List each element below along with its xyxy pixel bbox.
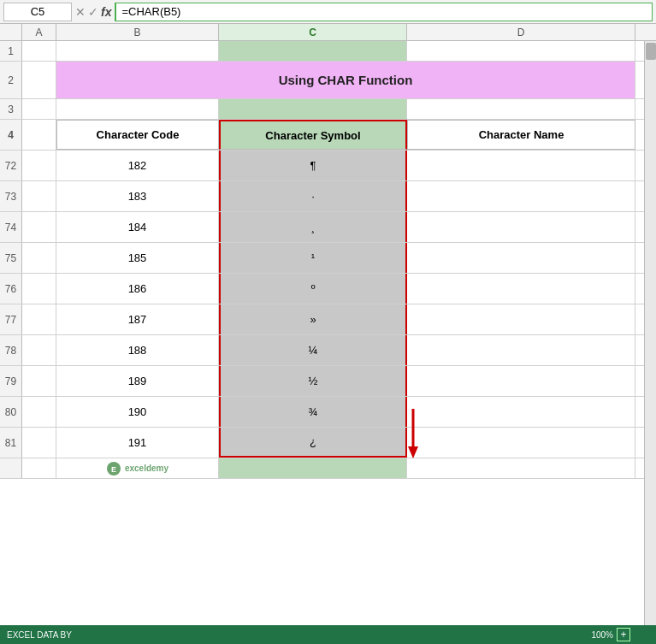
cell-d82[interactable] xyxy=(407,458,635,478)
watermark-area: E exceldemy xyxy=(106,461,168,476)
cell-d73[interactable] xyxy=(407,181,635,211)
cell-a78[interactable] xyxy=(22,335,56,365)
exceldemy-logo-icon: E xyxy=(106,461,121,476)
cell-d1[interactable] xyxy=(407,41,635,61)
row-num-1: 1 xyxy=(0,41,22,61)
cell-b82[interactable]: E exceldemy xyxy=(56,458,219,478)
row-2: 2 Using CHAR Function xyxy=(0,62,656,99)
col-header-d[interactable]: D xyxy=(407,24,635,40)
vertical-scrollbar[interactable] xyxy=(644,41,656,644)
row-num-82 xyxy=(0,458,22,478)
cancel-icon[interactable]: ✕ xyxy=(75,5,86,19)
cell-d4-header: Character Name xyxy=(407,120,635,150)
cell-d79[interactable] xyxy=(407,366,635,396)
row-81: 81 191 ¿ xyxy=(0,428,656,458)
cell-b75[interactable]: 185 xyxy=(56,243,219,273)
cell-d80[interactable] xyxy=(407,397,635,427)
cell-d74[interactable] xyxy=(407,212,635,242)
cell-c3[interactable] xyxy=(219,99,407,119)
cell-b72[interactable]: 182 xyxy=(56,151,219,180)
col-c-header-text: Character Symbol xyxy=(265,129,360,142)
cell-c77[interactable]: » xyxy=(219,304,407,334)
cell-a80[interactable] xyxy=(22,397,56,427)
row-num-79: 79 xyxy=(0,366,22,396)
zoom-in-button[interactable]: + xyxy=(617,628,630,641)
cell-a76[interactable] xyxy=(22,274,56,304)
cell-a73[interactable] xyxy=(22,181,56,211)
formula-value: =CHAR(B5) xyxy=(121,5,180,18)
status-bar: EXCEL DATA BY 100% + xyxy=(0,625,656,644)
cell-b3[interactable] xyxy=(56,99,219,119)
zoom-controls: 100% + xyxy=(591,628,630,641)
row-num-76: 76 xyxy=(0,274,22,304)
cell-b4-header: Character Code xyxy=(56,120,219,150)
cell-c1[interactable] xyxy=(219,41,407,61)
cell-ref-box[interactable]: C5 xyxy=(3,3,72,21)
svg-marker-1 xyxy=(408,446,418,458)
cell-c82[interactable] xyxy=(219,458,407,478)
col-header-a[interactable]: A xyxy=(22,24,56,40)
cell-c78[interactable]: ¼ xyxy=(219,335,407,365)
cell-a79[interactable] xyxy=(22,366,56,396)
cell-a74[interactable] xyxy=(22,212,56,242)
cell-a75[interactable] xyxy=(22,243,56,273)
cell-a4[interactable] xyxy=(22,120,56,150)
cell-b76[interactable]: 186 xyxy=(56,274,219,304)
cell-b77[interactable]: 187 xyxy=(56,304,219,334)
cell-a1[interactable] xyxy=(22,41,56,61)
cell-d76[interactable] xyxy=(407,274,635,304)
row-num-4: 4 xyxy=(0,120,22,150)
red-arrow-indicator xyxy=(407,409,419,463)
cell-c81[interactable]: ¿ xyxy=(219,428,407,458)
cell-d78[interactable] xyxy=(407,335,635,365)
cell-c79[interactable]: ½ xyxy=(219,366,407,396)
formula-icons: ✕ ✓ fx xyxy=(75,5,111,19)
cell-a81[interactable] xyxy=(22,428,56,458)
cell-b80[interactable]: 190 xyxy=(56,397,219,427)
watermark-text: exceldemy xyxy=(125,464,168,473)
col-header-c[interactable]: C xyxy=(219,24,407,40)
cell-a2[interactable] xyxy=(22,62,56,98)
row-num-81: 81 xyxy=(0,428,22,458)
row-75: 75 185 ¹ xyxy=(0,243,656,274)
row-3: 3 xyxy=(0,99,656,120)
cell-c75[interactable]: ¹ xyxy=(219,243,407,273)
cell-c72[interactable]: ¶ xyxy=(219,151,407,180)
cell-a72[interactable] xyxy=(22,151,56,180)
cell-b73[interactable]: 183 xyxy=(56,181,219,211)
row-num-77: 77 xyxy=(0,304,22,334)
spreadsheet: A B C D 1 2 Us xyxy=(0,24,656,644)
row-80: 80 190 ¾ xyxy=(0,397,656,428)
col-header-b[interactable]: B xyxy=(56,24,219,40)
row-74: 74 184 ¸ xyxy=(0,212,656,243)
cell-d3[interactable] xyxy=(407,99,635,119)
scrollbar-thumb[interactable] xyxy=(646,43,656,60)
cell-b78[interactable]: 188 xyxy=(56,335,219,365)
cell-b79[interactable]: 189 xyxy=(56,366,219,396)
cell-d77[interactable] xyxy=(407,304,635,334)
cell-c4-header: Character Symbol xyxy=(219,120,407,150)
confirm-icon[interactable]: ✓ xyxy=(88,5,98,19)
cell-a77[interactable] xyxy=(22,304,56,334)
col-b-header-text: Character Code xyxy=(97,128,180,141)
cell-d81[interactable] xyxy=(407,428,635,458)
cell-c73[interactable]: · xyxy=(219,181,407,211)
row-num-72: 72 xyxy=(0,151,22,180)
row-76: 76 186 º xyxy=(0,274,656,304)
cell-c80[interactable]: ¾ xyxy=(219,397,407,427)
cell-c76[interactable]: º xyxy=(219,274,407,304)
cell-b74[interactable]: 184 xyxy=(56,212,219,242)
cell-a82[interactable] xyxy=(22,458,56,478)
formula-input[interactable]: =CHAR(B5) xyxy=(115,3,653,21)
cell-b81[interactable]: 191 xyxy=(56,428,219,458)
title-text: Using CHAR Function xyxy=(279,73,413,87)
cell-b1[interactable] xyxy=(56,41,219,61)
cell-d72[interactable] xyxy=(407,151,635,180)
cell-d75[interactable] xyxy=(407,243,635,273)
cell-a3[interactable] xyxy=(22,99,56,119)
fx-icon[interactable]: fx xyxy=(101,5,111,19)
formula-bar: C5 ✕ ✓ fx =CHAR(B5) xyxy=(0,0,656,24)
row-72: 72 182 ¶ xyxy=(0,151,656,181)
cell-c74[interactable]: ¸ xyxy=(219,212,407,242)
row-77: 77 187 » xyxy=(0,304,656,335)
